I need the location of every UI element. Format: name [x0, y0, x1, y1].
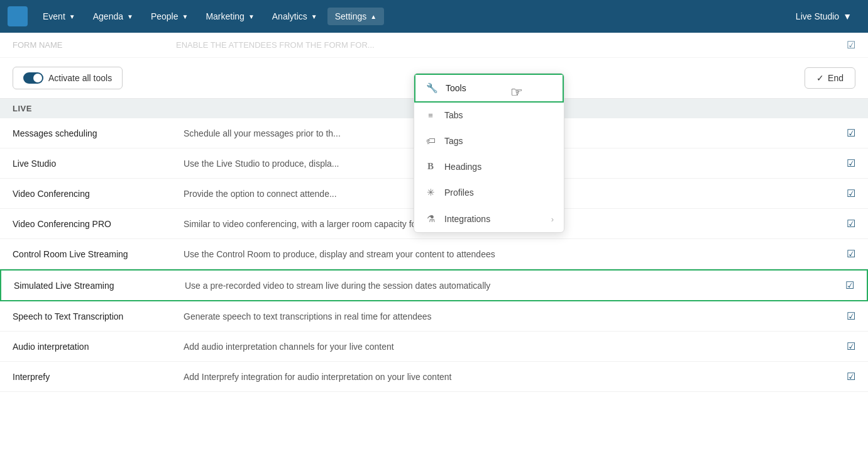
tabs-icon: ≡ — [424, 111, 437, 120]
row-checkbox[interactable]: ☑ — [847, 218, 855, 230]
partial-row-name: FORM NAME — [13, 40, 176, 50]
row-name: Speech to Text Transcription — [13, 311, 176, 321]
row-checkbox[interactable]: ☑ — [847, 310, 855, 322]
dropdown-item-tabs[interactable]: ≡ Tabs — [414, 103, 564, 128]
nav-label-event: Event — [43, 11, 65, 21]
section-label: LIVE — [13, 104, 32, 113]
partial-row: FORM NAME ENABLE THE ATTENDEES FROM THE … — [0, 33, 868, 58]
wrench-icon: 🔧 — [426, 82, 438, 94]
row-description: Add audio interpretation channels for yo… — [184, 342, 839, 352]
row-description: Generate speech to text transcriptions i… — [184, 311, 839, 321]
row-checkbox[interactable]: ☑ — [847, 248, 855, 260]
row-name: Control Room Live Streaming — [13, 249, 176, 259]
chevron-down-icon: ▼ — [127, 13, 133, 20]
chevron-down-icon: ▼ — [843, 11, 852, 21]
row-checkbox[interactable]: ☑ — [847, 187, 855, 199]
nav-item-settings[interactable]: Settings ▲ — [327, 8, 385, 25]
chevron-down-icon: ▼ — [248, 13, 255, 20]
tools-label: Tools — [446, 83, 552, 93]
partial-row-check: ☑ — [847, 39, 855, 51]
row-checkbox[interactable]: ☑ — [847, 127, 855, 139]
bold-icon: B — [424, 161, 437, 172]
tags-label: Tags — [444, 136, 554, 146]
row-name: Interprefy — [13, 372, 176, 382]
table-row[interactable]: Speech to Text TranscriptionGenerate spe… — [0, 301, 868, 332]
nav-live-studio[interactable]: Live Studio ▼ — [787, 8, 860, 25]
nav-label-agenda: Agenda — [93, 11, 123, 21]
nav-label-marketing: Marketing — [206, 11, 244, 21]
flask-icon: ⚗ — [424, 213, 437, 225]
row-name: Video Conferencing PRO — [13, 219, 176, 229]
nav-label-people: People — [151, 11, 179, 21]
dropdown-item-profiles[interactable]: ✳ Profiles — [414, 179, 564, 206]
brand-logo — [8, 6, 28, 26]
checkmark-icon: ✓ — [816, 73, 824, 83]
partial-row-desc: ENABLE THE ATTENDEES FROM THE FORM FOR..… — [176, 40, 847, 50]
activate-all-tools-button[interactable]: Activate all tools — [13, 67, 123, 89]
asterisk-icon: ✳ — [424, 187, 437, 198]
end-label: End — [828, 73, 843, 83]
dropdown-item-tags[interactable]: 🏷 Tags — [414, 128, 564, 154]
row-name: Audio interpretation — [13, 342, 176, 352]
nav-label-analytics: Analytics — [272, 11, 307, 21]
row-name: Simulated Live Streaming — [14, 281, 177, 291]
nav-label-settings: Settings — [335, 11, 367, 21]
nav-item-people[interactable]: People ▼ — [143, 8, 196, 25]
row-checkbox[interactable]: ☑ — [847, 340, 855, 352]
tag-icon: 🏷 — [424, 135, 437, 146]
main-content: FORM NAME ENABLE THE ATTENDEES FROM THE … — [0, 33, 868, 458]
table-row[interactable]: Control Room Live StreamingUse the Contr… — [0, 239, 868, 269]
live-studio-label: Live Studio — [796, 11, 839, 21]
activate-all-label: Activate all tools — [48, 73, 112, 83]
nav-item-marketing[interactable]: Marketing ▼ — [198, 8, 261, 25]
row-checkbox[interactable]: ☑ — [847, 157, 855, 169]
chevron-up-icon: ▲ — [370, 13, 376, 20]
dropdown-item-headings[interactable]: B Headings — [414, 154, 564, 179]
table-row[interactable]: Simulated Live StreamingUse a pre-record… — [0, 269, 868, 301]
row-name: Live Studio — [13, 159, 176, 169]
dropdown-item-integrations[interactable]: ⚗ Integrations › — [414, 206, 564, 232]
settings-dropdown-menu: 🔧 Tools ≡ Tabs 🏷 Tags B Headings ✳ Profi… — [414, 73, 564, 233]
chevron-down-icon: ▼ — [311, 13, 317, 20]
row-description: Use a pre-recorded video to stream live … — [185, 281, 838, 291]
nav-item-analytics[interactable]: Analytics ▼ — [265, 8, 325, 25]
row-checkbox[interactable]: ☑ — [847, 371, 855, 383]
tabs-label: Tabs — [444, 110, 554, 120]
chevron-down-icon: ▼ — [182, 13, 189, 20]
toggle-icon — [23, 72, 43, 84]
end-button[interactable]: ✓ End — [805, 67, 855, 89]
chevron-right-icon: › — [551, 215, 554, 224]
row-checkbox[interactable]: ☑ — [845, 279, 854, 291]
nav-item-event[interactable]: Event ▼ — [35, 8, 83, 25]
headings-label: Headings — [444, 162, 554, 172]
row-description: Add Interprefy integration for audio int… — [184, 372, 839, 382]
chevron-down-icon: ▼ — [69, 13, 75, 20]
row-name: Video Conferencing — [13, 189, 176, 199]
nav-item-agenda[interactable]: Agenda ▼ — [85, 8, 141, 25]
integrations-label: Integrations — [444, 214, 544, 224]
top-nav: Event ▼ Agenda ▼ People ▼ Marketing ▼ An… — [0, 0, 868, 33]
table-row[interactable]: InterprefyAdd Interprefy integration for… — [0, 362, 868, 392]
row-description: Use the Control Room to produce, display… — [184, 249, 839, 259]
dropdown-item-tools[interactable]: 🔧 Tools — [414, 74, 564, 103]
table-row[interactable]: Audio interpretationAdd audio interpreta… — [0, 332, 868, 362]
profiles-label: Profiles — [444, 187, 554, 198]
row-name: Messages scheduling — [13, 128, 176, 138]
